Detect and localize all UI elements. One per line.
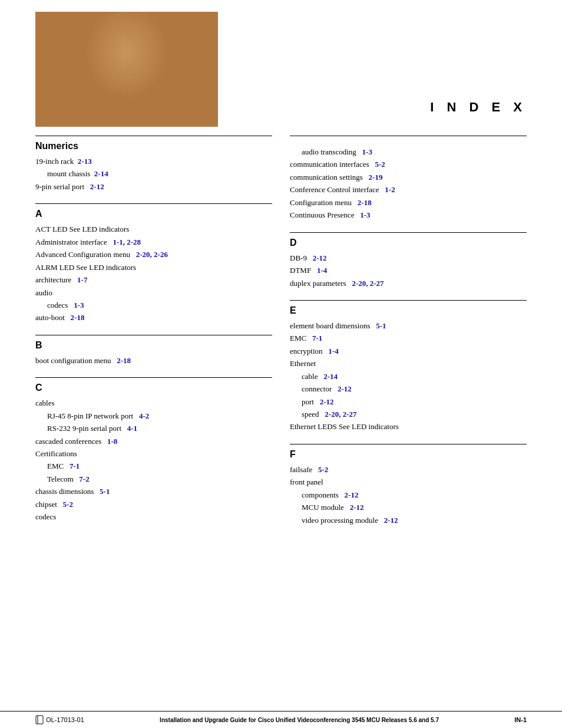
divider-c-right (290, 136, 527, 136)
link[interactable]: 2-19 (369, 173, 383, 182)
list-item: failsafe 5-2 (290, 463, 527, 476)
link[interactable]: 2-18 (117, 356, 131, 365)
section-a: A ACT LED See LED indicators Administrat… (35, 203, 272, 324)
divider-d (290, 232, 527, 233)
list-item: communication settings 2-19 (290, 171, 527, 183)
right-column: audio transcoding 1-3 communication inte… (290, 136, 527, 537)
section-header-c: C (35, 383, 272, 393)
section-header-d: D (290, 238, 527, 248)
link[interactable]: 1-3 (362, 147, 372, 156)
list-item: video processing module 2-12 (290, 514, 527, 526)
list-item: ACT LED See LED indicators (35, 223, 272, 235)
link[interactable]: 1-8 (107, 437, 117, 446)
list-item: Continuous Presence 1-3 (290, 209, 527, 221)
section-header-numerics: Numerics (35, 141, 272, 151)
link[interactable]: 7-1 (70, 462, 80, 470)
link[interactable]: 5-1 (376, 321, 386, 330)
link[interactable]: 5-2 (318, 465, 328, 474)
link[interactable]: 2-12 (338, 384, 352, 393)
link[interactable]: 1-4 (328, 347, 338, 355)
section-numerics: Numerics 19-inch rack 2-13 mount chassis… (35, 136, 272, 193)
list-item: EMC 7-1 (290, 332, 527, 344)
link[interactable]: 2-14 (94, 169, 108, 178)
link[interactable]: 4-2 (139, 411, 149, 420)
link[interactable]: 2-12 (345, 490, 359, 499)
section-c: C cables RJ-45 8-pin IP network port 4-2… (35, 377, 272, 523)
index-title: I N D E X (418, 100, 527, 127)
list-item: auto-boot 2-18 (35, 311, 272, 324)
list-item: chassis dimensions 5-1 (35, 485, 272, 498)
link[interactable]: 1-7 (77, 275, 87, 284)
section-e: E element board dimensions 5-1 EMC 7-1 e… (290, 300, 527, 433)
link[interactable]: 5-2 (63, 500, 73, 509)
link[interactable]: 2-12 (384, 516, 398, 525)
section-b: B boot configuration menu 2-18 (35, 335, 272, 367)
section-header-e: E (290, 305, 527, 316)
list-item: components 2-12 (290, 489, 527, 501)
list-item: audio (35, 286, 272, 299)
list-item: encryption 1-4 (290, 345, 527, 357)
link[interactable]: 7-2 (79, 475, 89, 483)
link[interactable]: 1-1, 2-28 (113, 238, 141, 246)
list-item: EMC 7-1 (35, 460, 272, 472)
link[interactable]: 1-2 (385, 185, 395, 194)
footer-page: IN-1 (514, 716, 527, 723)
list-item: cables (35, 397, 272, 409)
list-item: architecture 1-7 (35, 274, 272, 286)
header-image (35, 12, 218, 127)
link[interactable]: 4-1 (127, 424, 137, 433)
link[interactable]: 2-20, 2-27 (325, 410, 356, 419)
divider-f (290, 444, 527, 444)
list-item: cable 2-14 (290, 370, 527, 383)
link[interactable]: 2-14 (323, 372, 338, 381)
section-c-continued: audio transcoding 1-3 communication inte… (290, 136, 527, 222)
link[interactable]: 2-18 (71, 313, 85, 322)
list-item: Ethernet (290, 357, 527, 370)
main-content: Numerics 19-inch rack 2-13 mount chassis… (0, 127, 562, 537)
svg-rect-0 (36, 716, 43, 724)
divider-b (35, 335, 272, 335)
list-item: port 2-12 (290, 396, 527, 408)
header: I N D E X (0, 0, 562, 127)
link[interactable]: 5-2 (375, 160, 385, 169)
list-item: codecs (35, 510, 272, 523)
divider-e (290, 300, 527, 301)
list-item: Ethernet LEDS See LED indicators (290, 420, 527, 433)
list-item: Advanced Configuration menu 2-20, 2-26 (35, 248, 272, 261)
list-item: audio transcoding 1-3 (290, 146, 527, 158)
link[interactable]: 2-12 (320, 397, 334, 406)
link[interactable]: 2-12 (90, 182, 104, 191)
list-item: chipset 5-2 (35, 498, 272, 510)
list-item: DTMF 1-4 (290, 264, 527, 276)
link[interactable]: 2-20, 2-26 (136, 250, 168, 259)
link[interactable]: 7-1 (312, 334, 322, 342)
list-item: speed 2-20, 2-27 (290, 408, 527, 420)
book-icon (35, 715, 44, 724)
list-item: element board dimensions 5-1 (290, 319, 527, 332)
link[interactable]: 2-12 (350, 503, 364, 512)
divider-numerics (35, 136, 272, 136)
link[interactable]: 1-3 (74, 301, 84, 309)
link[interactable]: 1-4 (317, 266, 327, 275)
list-item: Configuration menu 2-18 (290, 196, 527, 209)
link[interactable]: 1-3 (360, 210, 370, 219)
list-item: boot configuration menu 2-18 (35, 354, 272, 367)
list-item: MCU module 2-12 (290, 501, 527, 513)
list-item: RJ-45 8-pin IP network port 4-2 (35, 410, 272, 422)
footer-doc-number: OL-17013-01 (46, 716, 84, 723)
link[interactable]: 2-20, 2-27 (352, 279, 384, 288)
link[interactable]: 5-1 (100, 487, 110, 496)
link[interactable]: 2-12 (313, 253, 327, 262)
list-item: Administrator interface 1-1, 2-28 (35, 236, 272, 248)
list-item: RS-232 9-pin serial port 4-1 (35, 422, 272, 434)
link[interactable]: 2-13 (78, 157, 92, 166)
left-column: Numerics 19-inch rack 2-13 mount chassis… (35, 136, 272, 537)
list-item: codecs 1-3 (35, 299, 272, 311)
section-header-b: B (35, 340, 272, 351)
list-item: front panel (290, 476, 527, 488)
list-item: mount chassis 2-14 (35, 167, 272, 180)
section-header-a: A (35, 209, 272, 219)
link[interactable]: 2-18 (358, 198, 372, 207)
list-item: Telecom 7-2 (35, 473, 272, 485)
list-item: DB-9 2-12 (290, 252, 527, 264)
